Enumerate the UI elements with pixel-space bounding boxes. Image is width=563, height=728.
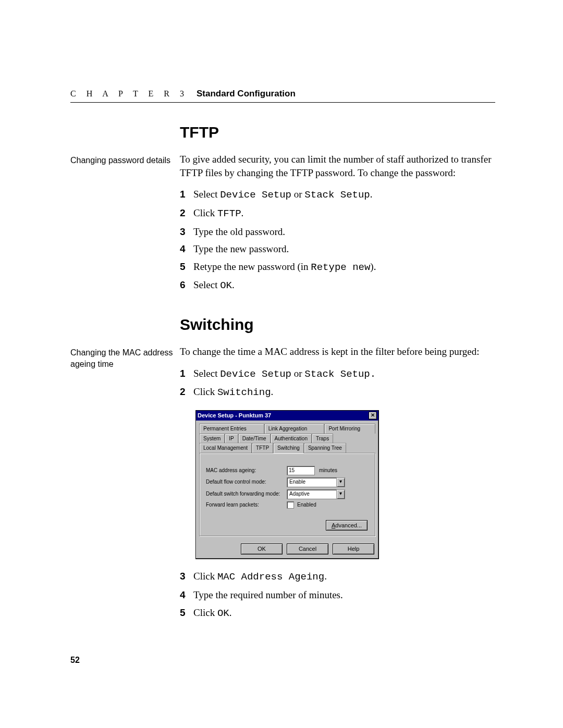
intro-text: To give added security, you can limit th… (180, 153, 495, 179)
tab-spanning-tree[interactable]: Spanning Tree (304, 443, 346, 453)
tab-datetime[interactable]: Date/Time (238, 434, 271, 443)
tab-tftp[interactable]: TFTP (252, 443, 273, 453)
step-item: 5Retype the new password (in Retype new)… (180, 260, 495, 275)
cancel-button[interactable]: Cancel (287, 544, 328, 554)
chapter-title: Standard Configuration (197, 89, 296, 99)
step-item: 3Type the old password. (180, 225, 495, 239)
step-item: 1Select Device Setup or Stack Setup. (180, 367, 495, 381)
step-item: 4Type the new password. (180, 242, 495, 256)
step-item: 3Click MAC Address Ageing. (180, 570, 495, 584)
select-flow-control[interactable]: Enable ▾ (287, 477, 345, 487)
steps-list-switching-b: 3Click MAC Address Ageing. 4Type the req… (180, 570, 495, 620)
step-item: 5Click OK. (180, 606, 495, 621)
page: C H A P T E R 3 Standard Configuration T… (0, 0, 563, 696)
section-body-tftp: To give added security, you can limit th… (180, 153, 495, 297)
tab-switching[interactable]: Switching (273, 443, 304, 453)
step-item: 2Click Switching. (180, 385, 495, 400)
chevron-down-icon: ▾ (336, 490, 345, 499)
running-header: C H A P T E R 3 Standard Configuration (70, 89, 495, 103)
chevron-down-icon: ▾ (336, 478, 345, 487)
help-button[interactable]: Help (333, 544, 374, 554)
close-icon[interactable]: ✕ (369, 412, 377, 419)
dialog-button-row: OK Cancel Help (196, 539, 378, 559)
label-flow-control: Default flow control mode: (206, 478, 287, 486)
steps-list-switching-a: 1Select Device Setup or Stack Setup. 2Cl… (180, 367, 495, 400)
tab-link-aggregation[interactable]: Link Aggregation (264, 424, 325, 434)
ok-button[interactable]: OK (241, 544, 283, 554)
label-mac-ageing: MAC address ageing: (206, 467, 287, 474)
tab-authentication[interactable]: Authentication (271, 434, 312, 443)
section-body-switching: To change the time a MAC address is kept… (180, 345, 495, 624)
page-number: 52 (70, 656, 495, 665)
chapter-label: C H A P T E R 3 (70, 89, 188, 98)
section-heading-switching: Switching (180, 316, 495, 334)
step-item: 6Select OK. (180, 278, 495, 293)
checkbox-forward-learn[interactable] (287, 501, 294, 509)
unit-minutes: minutes (319, 467, 337, 474)
titlebar[interactable]: Device Setup - Punktum 37 ✕ (196, 411, 378, 421)
tabstrip: Permanent Entries Link Aggregation Port … (196, 421, 378, 453)
advanced-button[interactable]: Advanced... (326, 520, 368, 531)
input-mac-ageing[interactable]: 15 (287, 466, 315, 475)
tab-port-mirroring[interactable]: Port Mirroring (324, 424, 375, 434)
intro-text: To change the time a MAC address is kept… (180, 345, 495, 359)
device-setup-window: Device Setup - Punktum 37 ✕ Permanent En… (195, 410, 379, 559)
step-item: 2Click TFTP. (180, 206, 495, 221)
step-item: 1Select Device Setup or Stack Setup. (180, 188, 495, 202)
tab-permanent-entries[interactable]: Permanent Entries (199, 424, 264, 434)
dialog-screenshot: Device Setup - Punktum 37 ✕ Permanent En… (195, 410, 495, 559)
checkbox-label: Enabled (297, 501, 316, 509)
tab-ip[interactable]: IP (225, 434, 238, 443)
tab-system[interactable]: System (199, 434, 225, 443)
sidenote-tftp: Changing password details (70, 153, 175, 297)
label-forward-learn: Forward learn packets: (206, 501, 287, 509)
label-forwarding-mode: Default switch forwarding mode: (206, 490, 287, 498)
tab-panel-switching: MAC address ageing: 15 minutes Default f… (199, 453, 375, 537)
section-heading-tftp: TFTP (180, 124, 495, 141)
tab-local-management[interactable]: Local Management (199, 443, 252, 453)
window-title: Device Setup - Punktum 37 (198, 412, 271, 419)
select-forwarding-mode[interactable]: Adaptive ▾ (287, 489, 345, 499)
step-item: 4Type the required number of minutes. (180, 588, 495, 602)
sidenote-switching: Changing the MAC address ageing time (70, 345, 175, 624)
tab-traps[interactable]: Traps (312, 434, 333, 443)
steps-list-tftp: 1Select Device Setup or Stack Setup. 2Cl… (180, 188, 495, 293)
